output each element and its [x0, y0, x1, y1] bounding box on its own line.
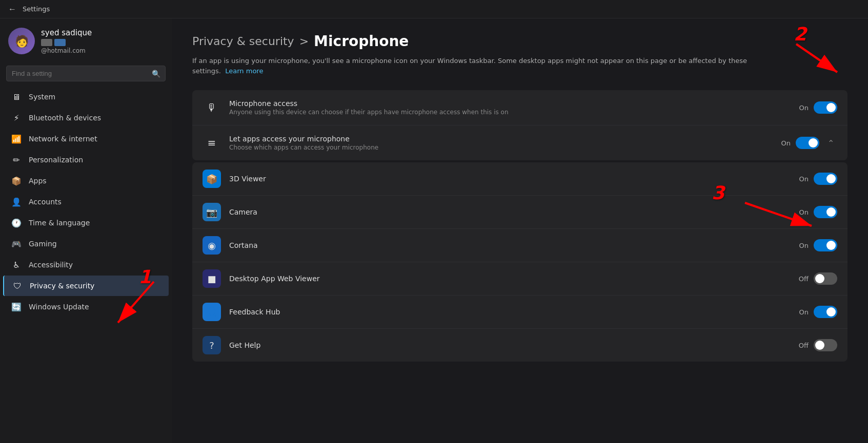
app-toggle-cortana[interactable]: [814, 239, 837, 251]
user-profile: 🧑 syed sadique @hotmail.com: [0, 18, 172, 64]
nav-items: 🖥 System ⚡ Bluetooth & devices 📶 Network…: [0, 87, 172, 317]
nav-icon-gaming: 🎮: [11, 239, 22, 249]
app-right-get-help: Off: [799, 339, 837, 351]
sidebar-item-system[interactable]: 🖥 System: [3, 87, 169, 107]
app-status-feedback-hub: On: [799, 308, 809, 316]
user-info: syed sadique @hotmail.com: [41, 28, 92, 54]
status-let-apps-access: On: [781, 139, 791, 147]
nav-label-time: Time & language: [29, 219, 90, 227]
nav-label-system: System: [29, 93, 55, 101]
breadcrumb-link[interactable]: Privacy & security: [192, 35, 294, 48]
row-text-microphone-access: Microphone access Anyone using this devi…: [229, 99, 791, 116]
app-title-feedback-hub: Feedback Hub: [229, 308, 791, 316]
badge-1: [41, 39, 52, 46]
user-badges: [41, 39, 92, 46]
app-name-feedback-hub: Feedback Hub: [229, 308, 791, 316]
app-toggle-3d-viewer[interactable]: [814, 173, 837, 185]
nav-icon-network: 📶: [11, 134, 22, 144]
nav-icon-accounts: 👤: [11, 197, 22, 207]
app-icon-get-help: ?: [203, 336, 221, 354]
setting-row-microphone-access: 🎙 Microphone access Anyone using this de…: [192, 90, 847, 125]
app-toggle-thumb-cortana: [826, 241, 836, 250]
row-icon-microphone-access: 🎙: [203, 98, 221, 117]
sidebar-item-accounts[interactable]: 👤 Accounts: [3, 192, 169, 212]
nav-icon-windows-update: 🔄: [11, 302, 22, 312]
app-row-cortana: ◉ Cortana On: [192, 229, 847, 262]
sidebar-item-time[interactable]: 🕐 Time & language: [3, 213, 169, 233]
sidebar-item-privacy[interactable]: 🛡 Privacy & security: [3, 276, 169, 296]
app-toggle-camera[interactable]: [814, 206, 837, 218]
page-description: If an app is using your microphone, you'…: [192, 56, 756, 76]
arrow-1: [172, 271, 179, 333]
nav-label-bluetooth: Bluetooth & devices: [29, 114, 101, 122]
titlebar-title: Settings: [23, 5, 50, 13]
app-row-desktop-app-web-viewer: ■ Desktop App Web Viewer Off: [192, 262, 847, 296]
search-input[interactable]: [6, 66, 166, 81]
app-icon-3d-viewer: 📦: [203, 170, 221, 188]
app-status-camera: On: [799, 208, 809, 216]
sidebar-item-network[interactable]: 📶 Network & internet: [3, 129, 169, 149]
app-row-get-help: ? Get Help Off: [192, 329, 847, 362]
sidebar-item-personalization[interactable]: ✏️ Personalization: [3, 150, 169, 170]
sidebar-item-gaming[interactable]: 🎮 Gaming: [3, 234, 169, 254]
status-microphone-access: On: [799, 104, 809, 112]
main-settings-section: 🎙 Microphone access Anyone using this de…: [192, 90, 847, 160]
toggle-thumb-let-apps-access: [809, 138, 818, 147]
row-subtitle-let-apps-access: Choose which apps can access your microp…: [229, 144, 773, 151]
app-title-camera: Camera: [229, 208, 791, 216]
row-right-let-apps-access: On ⌃: [781, 137, 837, 149]
app-row-feedback-hub: 👤 Feedback Hub On: [192, 296, 847, 329]
nav-label-personalization: Personalization: [29, 156, 83, 164]
sidebar-item-windows-update[interactable]: 🔄 Windows Update: [3, 297, 169, 317]
app-toggle-get-help[interactable]: [814, 339, 837, 351]
row-icon-let-apps-access: ≡: [203, 134, 221, 152]
nav-label-accessibility: Accessibility: [29, 261, 73, 269]
app-name-desktop-app-web-viewer: Desktop App Web Viewer: [229, 275, 791, 283]
app-title-cortana: Cortana: [229, 241, 791, 249]
app-icon-feedback-hub: 👤: [203, 303, 221, 321]
app-title-3d-viewer: 3D Viewer: [229, 175, 791, 183]
back-button[interactable]: ←: [8, 5, 16, 14]
app-toggle-feedback-hub[interactable]: [814, 306, 837, 318]
sidebar-item-bluetooth[interactable]: ⚡ Bluetooth & devices: [3, 108, 169, 128]
badge-2: [54, 39, 66, 46]
user-name: syed sadique: [41, 28, 92, 37]
nav-icon-apps: 📦: [11, 176, 22, 186]
sidebar-item-apps[interactable]: 📦 Apps: [3, 171, 169, 191]
sidebar-item-accessibility[interactable]: ♿ Accessibility: [3, 255, 169, 275]
row-title-microphone-access: Microphone access: [229, 99, 791, 108]
app-status-desktop-app-web-viewer: Off: [799, 275, 809, 283]
toggle-microphone-access[interactable]: [814, 101, 837, 114]
nav-label-privacy: Privacy & security: [30, 282, 94, 290]
row-subtitle-microphone-access: Anyone using this device can choose if t…: [229, 109, 791, 116]
nav-label-network: Network & internet: [29, 135, 97, 143]
main-layout: 🧑 syed sadique @hotmail.com 🔍 🖥 System ⚡…: [0, 18, 868, 443]
nav-icon-system: 🖥: [11, 92, 22, 102]
app-right-cortana: On: [799, 239, 837, 251]
nav-icon-personalization: ✏️: [11, 155, 22, 165]
sidebar: 🧑 syed sadique @hotmail.com 🔍 🖥 System ⚡…: [0, 18, 172, 443]
learn-more-link[interactable]: Learn more: [225, 67, 263, 75]
apps-section: 📦 3D Viewer On 📷 Camera On ◉ Cortana On: [192, 162, 847, 362]
avatar: 🧑: [8, 28, 35, 54]
chevron-let-apps-access[interactable]: ⌃: [824, 137, 837, 149]
nav-label-apps: Apps: [29, 177, 47, 185]
breadcrumb: Privacy & security > Microphone: [192, 33, 847, 50]
toggle-thumb-microphone-access: [826, 103, 836, 112]
toggle-let-apps-access[interactable]: [796, 137, 819, 149]
app-toggle-thumb-desktop-app-web-viewer: [815, 274, 824, 283]
search-icon: 🔍: [152, 70, 160, 78]
app-name-get-help: Get Help: [229, 341, 791, 349]
app-status-3d-viewer: On: [799, 175, 809, 183]
nav-icon-time: 🕐: [11, 218, 22, 228]
app-toggle-desktop-app-web-viewer[interactable]: [814, 272, 837, 285]
app-name-3d-viewer: 3D Viewer: [229, 175, 791, 183]
setting-row-let-apps-access: ≡ Let apps access your microphone Choose…: [192, 125, 847, 160]
app-right-camera: On: [799, 206, 837, 218]
app-row-camera: 📷 Camera On: [192, 196, 847, 229]
description-text: If an app is using your microphone, you'…: [192, 57, 747, 75]
search-box: 🔍: [6, 66, 166, 81]
app-name-camera: Camera: [229, 208, 791, 216]
app-toggle-thumb-3d-viewer: [826, 174, 836, 183]
breadcrumb-current: Microphone: [314, 33, 409, 50]
